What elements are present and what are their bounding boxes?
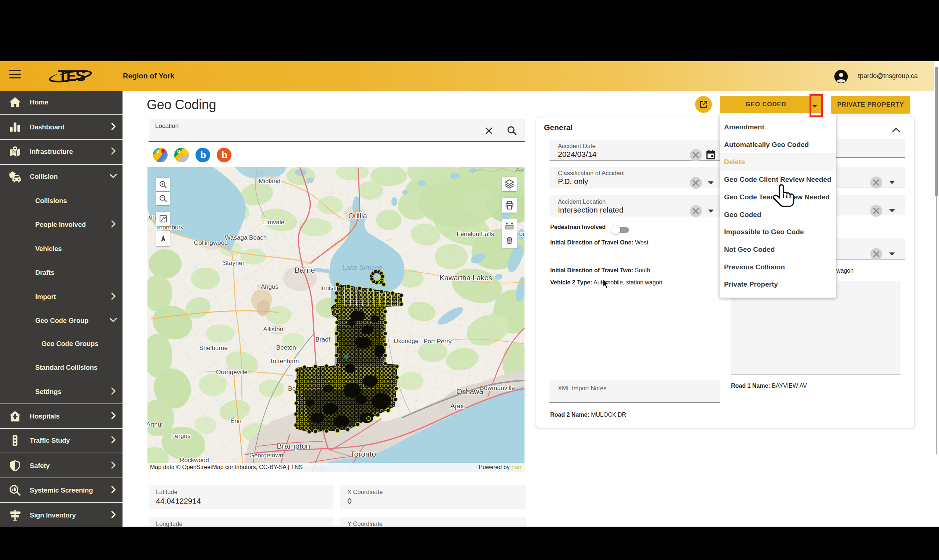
svg-text:G: G — [177, 149, 180, 154]
svg-text:Fenelon Falls: Fenelon Falls — [456, 231, 494, 237]
svg-text:Bradf: Bradf — [315, 336, 330, 343]
svg-text:Rockwood: Rockwood — [180, 457, 209, 464]
svg-text:Uxbridge: Uxbridge — [393, 337, 418, 345]
svg-text:Beeton: Beeton — [276, 344, 296, 351]
svg-text:Midland: Midland — [259, 178, 281, 185]
svg-text:G: G — [156, 149, 160, 154]
svg-text:Alliston: Alliston — [264, 326, 284, 333]
svg-text:Barrie: Barrie — [294, 266, 315, 274]
svg-text:b: b — [222, 149, 227, 160]
svg-text:Angus: Angus — [261, 283, 278, 290]
svg-text:on: on — [520, 231, 524, 237]
svg-text:Orangeville: Orangeville — [216, 369, 248, 375]
svg-text:Collingwood: Collingwood — [194, 239, 228, 246]
svg-text:Arthur: Arthur — [148, 421, 163, 428]
svg-text:Innisfil: Innisfil — [320, 285, 338, 291]
svg-text:Kawartha Lakes: Kawartha Lakes — [439, 274, 492, 282]
svg-text:Map data © OpenStreetMap contr: Map data © OpenStreetMap contributors, C… — [150, 464, 302, 470]
svg-text:Park: Park — [516, 167, 524, 172]
svg-text:Stayner: Stayner — [223, 260, 245, 266]
svg-text:Brampton: Brampton — [276, 442, 310, 450]
svg-text:Wasaga Beach: Wasaga Beach — [225, 234, 267, 241]
svg-text:Orillia: Orillia — [348, 212, 367, 220]
svg-text:Georgetown: Georgetown — [250, 452, 284, 459]
svg-text:b: b — [200, 149, 206, 160]
svg-text:Powered by Esri: Powered by Esri — [479, 464, 521, 470]
svg-text:Shelburne: Shelburne — [199, 345, 228, 351]
svg-text:Port Perry: Port Perry — [424, 338, 452, 345]
svg-text:Fergus: Fergus — [171, 432, 191, 439]
svg-text:Toronto: Toronto — [350, 450, 376, 458]
svg-text:TES: TES — [58, 67, 85, 84]
svg-text:Erin: Erin — [230, 417, 241, 425]
svg-text:Elmvale: Elmvale — [262, 219, 284, 226]
svg-text:Ajax: Ajax — [450, 402, 464, 410]
svg-text:Tottenham: Tottenham — [270, 358, 299, 365]
